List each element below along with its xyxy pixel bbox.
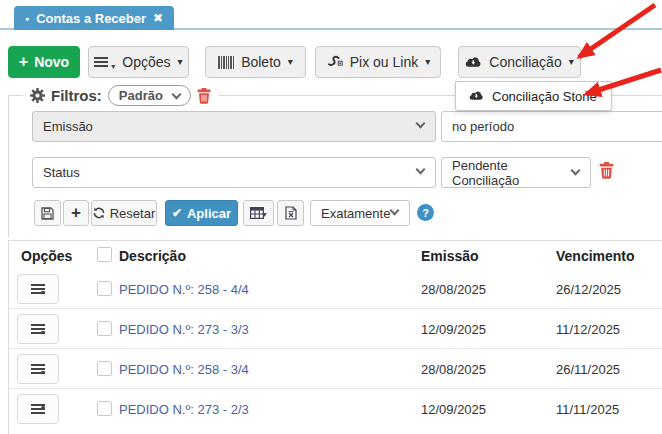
row-actions-button[interactable]: ▾ [17,354,59,384]
resetar-label: Resetar [110,206,156,221]
opcoes-label: Opções [122,54,170,70]
contas-a-receber-page: ● Contas a Receber ✖ + Novo ▾ Opções ▾ B… [0,0,662,434]
pedido-link[interactable]: PEDIDO N.º: 273 - 2/3 [119,402,249,417]
pix-ou-link-button[interactable]: Pix ou Link ▾ [315,46,441,78]
plus-icon: + [19,53,28,71]
conciliacao-label: Conciliação [489,54,561,70]
gear-icon [30,88,45,103]
filter-preset-select[interactable]: Padrão [108,85,191,106]
row-checkbox[interactable] [97,281,112,296]
aplicar-button[interactable]: ✔ Aplicar [165,200,238,226]
pedido-link[interactable]: PEDIDO N.º: 258 - 3/4 [119,362,249,377]
help-icon[interactable]: ? [417,204,434,221]
emissao-date: 12/09/2025 [421,402,486,417]
save-filter-button[interactable] [34,200,61,226]
trash-icon [197,88,211,104]
refresh-icon [93,207,105,219]
filter-status-field-value: Status [43,165,80,180]
barcode-icon [218,56,234,69]
check-icon: ✔ [172,206,182,220]
row-checkbox[interactable] [97,361,112,376]
column-header-opcoes: Opções [21,248,72,264]
delete-preset-button[interactable] [197,88,211,104]
plus-icon: + [71,203,81,223]
boleto-button[interactable]: Boleto ▾ [205,46,306,78]
novo-label: Novo [34,54,69,70]
filter-preset-value: Padrão [119,88,163,103]
filters-label: Filtros: [51,87,102,104]
filter-status-field-select[interactable]: Status [32,157,436,188]
filter-status-value: Pendente Conciliação [452,158,562,188]
row-checkbox[interactable] [97,321,112,336]
select-all-checkbox[interactable] [97,247,112,262]
conciliacao-button[interactable]: Conciliação ▾ [458,46,581,78]
filter-period-select[interactable]: no período [441,111,662,142]
list-menu-icon [31,324,45,334]
filter-field-select[interactable]: Emissão [32,111,436,142]
chevron-down-icon [390,206,400,216]
table-row: ▾ PEDIDO N.º: 258 - 3/4 28/08/2025 26/11… [9,349,662,389]
filters-legend: Filtros: Padrão [23,85,218,106]
remove-filter-row-button[interactable] [599,162,614,179]
chevron-down-icon: ▾ [425,57,430,67]
tab-close-icon[interactable]: ✖ [153,12,163,24]
filter-status-value-select[interactable]: Pendente Conciliação [441,157,591,188]
row-actions-button[interactable]: ▾ [17,314,59,344]
results-table: Opções Descrição Emissão Vencimento ▾ PE… [8,240,662,434]
chevron-down-icon: ▾ [262,210,266,219]
column-header-descricao: Descrição [119,248,186,264]
table-row: ▾ PEDIDO N.º: 258 - 4/4 28/08/2025 26/12… [9,269,662,309]
cloud-download-icon [469,90,484,102]
row-actions-button[interactable]: ▴ [17,394,59,424]
excel-file-icon [285,206,297,220]
chevron-down-icon [416,119,426,129]
boleto-label: Boleto [241,54,281,70]
filter-period-value: no período [452,119,514,134]
novo-button[interactable]: + Novo [8,46,80,78]
pedido-link[interactable]: PEDIDO N.º: 258 - 4/4 [119,282,249,297]
opcoes-button[interactable]: ▾ Opções ▾ [88,46,189,78]
tab-contas-a-receber[interactable]: ● Contas a Receber ✖ [14,6,174,30]
pix-ou-link-label: Pix ou Link [350,54,418,70]
table-row: ▴ PEDIDO N.º: 273 - 2/3 12/09/2025 11/11… [9,389,662,429]
row-checkbox[interactable] [97,401,112,416]
chevron-down-icon [416,165,426,175]
question-mark: ? [422,207,429,219]
tab-bar: ● Contas a Receber ✖ [0,0,662,30]
floppy-save-icon [41,207,54,220]
chevron-down-icon: ▾ [288,57,293,67]
list-menu-icon [94,57,108,67]
chevron-down-icon: ▾ [569,57,574,67]
conciliacao-dropdown-menu: Conciliação Stone [455,81,612,111]
trash-icon [599,162,614,179]
columns-button[interactable]: ▾ [243,200,274,226]
emissao-date: 12/09/2025 [421,322,486,337]
menu-item-conciliacao-stone[interactable]: Conciliação Stone [492,89,597,104]
cloud-download-icon [465,56,482,69]
chevron-down-icon: ▾ [178,57,183,67]
column-header-vencimento: Vencimento [556,248,635,264]
chevron-down-icon [571,166,581,176]
tab-dot-icon: ● [25,15,29,22]
match-mode-select[interactable]: Exatamente [310,200,410,226]
match-mode-value: Exatamente [321,206,390,221]
table-row: ▾ PEDIDO N.º: 273 - 3/3 12/09/2025 11/12… [9,309,662,349]
emissao-date: 28/08/2025 [421,282,486,297]
add-filter-button[interactable]: + [63,200,89,226]
vencimento-date: 11/12/2025 [556,322,620,337]
aplicar-label: Aplicar [187,206,231,221]
row-actions-button[interactable]: ▾ [17,274,59,304]
vencimento-date: 26/11/2025 [556,362,620,377]
emissao-date: 28/08/2025 [421,362,486,377]
list-menu-icon [31,404,45,414]
vencimento-date: 11/11/2025 [556,402,619,417]
list-menu-caret-icon: ▾ [111,62,115,71]
pix-link-icon [326,55,343,70]
export-excel-button[interactable] [277,200,304,226]
vencimento-date: 26/12/2025 [556,282,621,297]
list-menu-icon [31,364,45,374]
list-menu-icon [31,284,45,294]
column-header-emissao: Emissão [421,248,479,264]
resetar-button[interactable]: Resetar [91,200,157,226]
pedido-link[interactable]: PEDIDO N.º: 273 - 3/3 [119,322,249,337]
